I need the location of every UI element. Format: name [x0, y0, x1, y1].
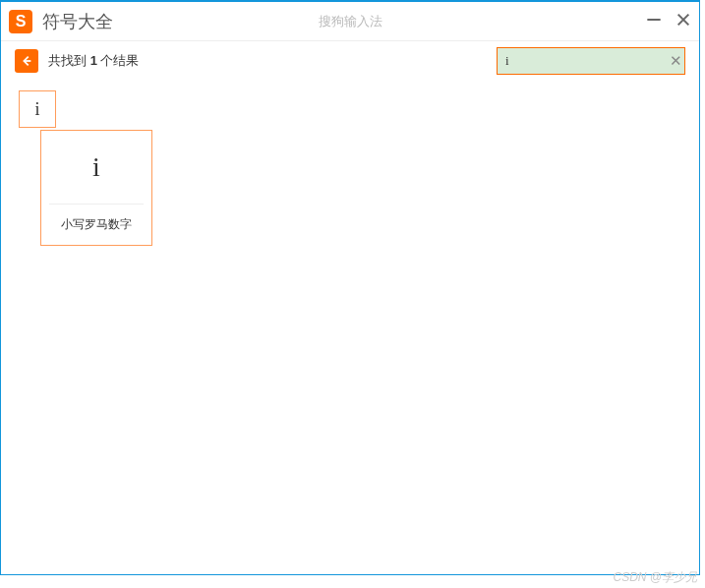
search-box: ✕	[497, 47, 685, 75]
symbol-preview-label: 小写罗马数字	[41, 205, 151, 245]
clear-search-button[interactable]: ✕	[667, 48, 684, 74]
results-count-text: 共找到 1 个结果	[48, 52, 139, 70]
window-controls	[646, 12, 691, 28]
toolbar: 共找到 1 个结果 ✕	[1, 41, 699, 81]
app-title: 符号大全	[42, 10, 113, 33]
app-subtitle: 搜狗输入法	[319, 13, 382, 30]
symbol-tile[interactable]: i	[19, 90, 56, 128]
close-icon: ✕	[670, 52, 682, 70]
watermark: CSDN @李少兄	[613, 569, 697, 586]
back-arrow-icon	[20, 54, 33, 68]
titlebar: S 符号大全 搜狗输入法	[1, 2, 699, 41]
results-count: 1	[90, 53, 97, 68]
search-input[interactable]	[498, 53, 667, 69]
results-suffix: 个结果	[97, 53, 140, 68]
results-prefix: 共找到	[48, 53, 90, 68]
app-icon: S	[9, 10, 32, 33]
minimize-button[interactable]	[646, 12, 662, 28]
symbol-preview-char: i	[41, 131, 151, 204]
symbol-preview-card[interactable]: i 小写罗马数字	[40, 130, 152, 246]
app-window: S 符号大全 搜狗输入法 共找到 1 个结果 ✕ i	[0, 0, 700, 575]
results-area: i i 小写罗马数字	[1, 81, 699, 256]
back-button[interactable]	[15, 49, 38, 73]
app-icon-letter: S	[16, 13, 27, 30]
close-button[interactable]	[676, 12, 691, 28]
symbol-tile-char: i	[34, 99, 39, 120]
